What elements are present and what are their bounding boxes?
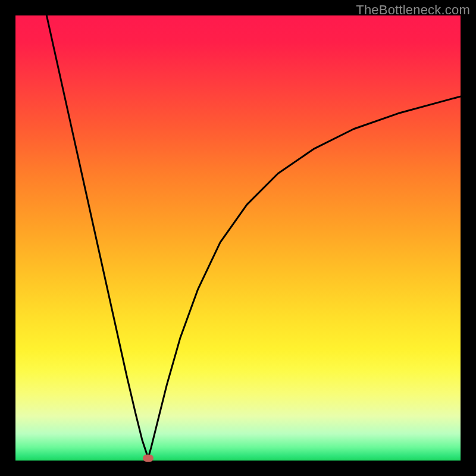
curve-left-branch (46, 15, 148, 458)
optimum-marker (143, 455, 154, 462)
plot-area (15, 15, 461, 461)
chart-frame (15, 15, 461, 461)
watermark-text: TheBottleneck.com (356, 2, 470, 18)
curve-svg (15, 15, 461, 461)
curve-right-branch (148, 96, 461, 458)
